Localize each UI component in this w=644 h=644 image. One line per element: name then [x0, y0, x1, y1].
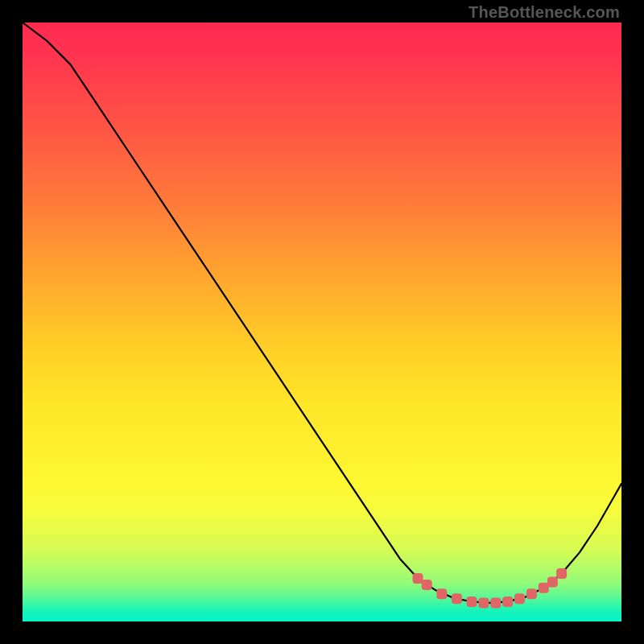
marker-dot [490, 597, 501, 608]
marker-dot [514, 593, 525, 604]
marker-dot [547, 576, 558, 587]
chart-frame [23, 23, 621, 621]
marker-dot [436, 588, 447, 599]
marker-dot [422, 580, 432, 590]
marker-dot [478, 597, 489, 608]
marker-dot [452, 593, 462, 604]
marker-dot [556, 568, 567, 579]
bottleneck-curve [23, 23, 621, 603]
marker-dot [539, 583, 549, 593]
chart-plot [23, 23, 621, 621]
marker-dot [467, 597, 477, 607]
attribution-text: TheBottleneck.com [469, 3, 620, 22]
marker-dot [413, 573, 423, 584]
marker-dot [502, 597, 513, 607]
marker-dot [526, 588, 537, 599]
